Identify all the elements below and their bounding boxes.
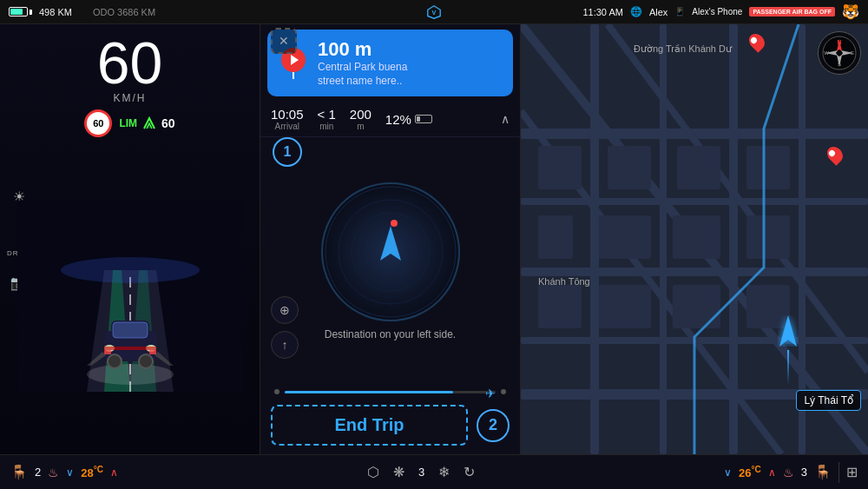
svg-point-16 [108,354,122,368]
status-bar-center: V [426,4,442,20]
ac-icon[interactable]: ❄ [438,464,450,480]
map-background: Đường Trần Khánh Dư Khánh Tông [521,24,868,454]
left-panel: ☀ ⚙ DRIVE MODE 📷 60 KM/H 60 LIM 60 [0,24,260,454]
temp-up-left[interactable]: ∧ [110,466,118,479]
arrival-label: Arrival [275,122,299,131]
svg-rect-11 [113,322,148,338]
slider-fill [285,391,453,393]
status-bar-right: 11:30 AM 🌐 Alex 📱 Alex's Phone PASSENGER… [582,3,859,20]
airbag-badge: PASSENGER AIR BAG OFF [749,7,835,17]
compass-circle [321,182,460,321]
end-trip-button[interactable]: End Trip [271,405,468,446]
end-trip-area: End Trip 2 [260,398,520,454]
seat-icon-right[interactable]: 🪑 [814,464,832,480]
compass-rose-svg: N S E W [822,36,857,70]
svg-rect-46 [673,215,720,259]
svg-marker-27 [380,226,401,261]
slider-row: ✈ [260,386,520,398]
seat-icon-left[interactable]: 🪑 [10,464,28,480]
speed-display: 60 KM/H [97,33,163,104]
battery-stat: 12% [385,112,432,127]
street-label-1: Đường Trần Khánh Dư [634,43,732,55]
svg-rect-47 [746,146,790,189]
slider-thumb-icon: ✈ [485,387,496,400]
location-label-button[interactable]: Lý Thái Tổ [796,390,861,411]
svg-rect-34 [590,24,599,454]
destination-pin-mid [828,146,842,163]
svg-rect-42 [538,215,573,259]
seat-heat-left-value: 2 [35,466,41,479]
vinfast-logo: V [426,4,442,20]
lim-badge: LIM 60 [119,116,174,130]
destination-pin-top [750,33,764,50]
status-bar-left: 498 KM ODO 3686 KM [9,7,155,17]
svg-rect-48 [746,215,790,259]
svg-rect-43 [608,146,651,189]
seat-heat-right-value: 3 [801,466,807,479]
temp-down-left[interactable]: ∨ [66,466,74,479]
right-climate: ∨ 26°C ∧ ♨ 3 🪑 ⊞ [724,462,858,483]
status-bar: 498 KM ODO 3686 KM V 11:30 AM 🌐 Alex 📱 A… [0,0,868,24]
road-view-svg [17,201,243,392]
user-name: Alex [649,7,667,17]
destination-text: Destination on your left side. [325,328,456,340]
distance-stat: 200 m [350,107,372,131]
nav-card: 100 m Central Park buena street name her… [267,30,513,96]
left-climate: 🪑 2 ♨ ∨ 28°C ∧ [10,464,118,480]
battery-range: 498 KM [39,7,72,17]
svg-rect-15 [149,350,156,354]
close-button[interactable]: ✕ [271,28,297,54]
phone-name: Alex's Phone [692,7,742,17]
svg-text:V: V [432,8,437,16]
recirculation-icon[interactable]: ↻ [464,464,475,480]
svg-text:S: S [838,62,841,67]
collapse-button[interactable]: ∧ [501,112,510,126]
dist-value: 200 [350,107,372,122]
dist-label: m [357,122,364,131]
min-label: min [319,122,333,131]
bottom-divider [838,462,839,483]
svg-text:E: E [851,50,854,56]
nav-distance: 100 m [318,38,503,61]
windshield-icon[interactable]: ⬡ [367,464,379,480]
street-label-2: Khánh Tông [538,276,590,287]
temp-up-right[interactable]: ∧ [768,466,776,479]
svg-point-17 [139,354,153,368]
battery-icon [9,7,32,17]
svg-rect-49 [538,285,582,328]
battery-small-icon [415,115,432,123]
slider-track[interactable]: ✈ [285,391,496,393]
svg-rect-44 [599,215,651,259]
lim-number: 60 [161,116,175,130]
map-compass: N S E W [818,31,861,75]
svg-text:W: W [824,50,829,56]
compass-destination-dot [391,220,398,227]
fan-speed: 3 [418,466,424,479]
step2-circle: 2 [477,409,510,442]
nav-street-line2: street name here.. [318,75,503,89]
fan-icon[interactable]: ❋ [393,464,404,480]
airbag-label: PASSENGER AIR BAG OFF [753,8,832,17]
layers-button[interactable]: ⊕ [271,296,299,324]
compass-north-button[interactable]: ↑ [271,331,299,359]
svg-marker-53 [779,315,797,347]
grid-icon[interactable]: ⊞ [846,464,858,480]
slider-dot-right [501,389,506,394]
arrival-time: 10:05 Arrival [271,107,304,131]
minutes-stat: < 1 min [318,107,336,131]
odometer: ODO 3686 KM [93,7,155,17]
slider-dot-left [274,389,279,394]
temp-down-right[interactable]: ∨ [724,466,732,479]
min-value: < 1 [318,107,336,122]
map-panel[interactable]: Đường Trần Khánh Dư Khánh Tông [521,24,868,454]
svg-rect-35 [660,24,667,454]
speed-limit-sign: 60 [84,109,112,137]
heat-icon-left: ♨ [48,466,59,479]
svg-rect-31 [521,268,868,276]
compass-area: Destination on your left side. [260,137,520,386]
step1-circle: 1 [273,137,302,167]
map-controls: ⊕ ↑ [271,296,299,359]
car-road [0,137,260,454]
speed-value: 60 [97,33,163,92]
svg-point-7 [61,257,200,283]
